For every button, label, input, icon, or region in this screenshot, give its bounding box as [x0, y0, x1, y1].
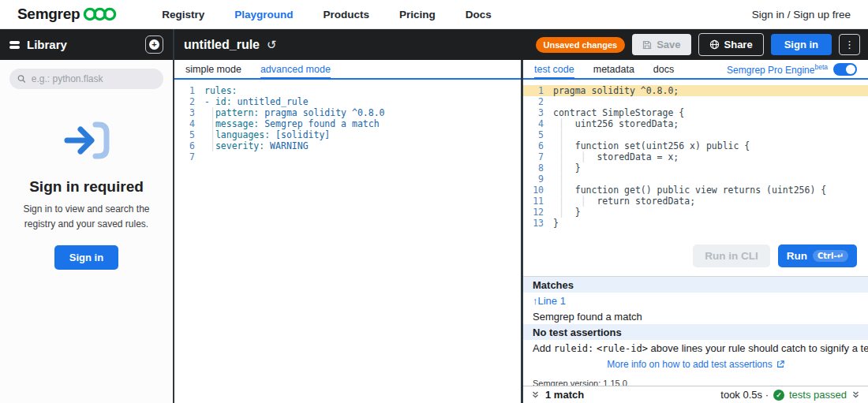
unsaved-changes-badge: Unsaved changes — [536, 37, 626, 53]
code-line: 6 │ function set(uint256 x) public { — [523, 140, 868, 151]
test-code-editor[interactable]: 1pragma solidity ^0.8.0;23contract Simpl… — [523, 80, 868, 242]
line-number: 4 — [523, 118, 553, 129]
no-test-assertions-heading: No test assertions — [523, 324, 868, 340]
line-number: 1 — [174, 85, 204, 96]
pro-engine-toggle[interactable] — [833, 63, 857, 76]
run-in-cli-button[interactable]: Run in CLI — [693, 244, 770, 267]
line-number: 3 — [523, 107, 553, 118]
kebab-icon: ⋮ — [844, 39, 855, 50]
sidebar-signin-button[interactable]: Sign in — [54, 245, 118, 270]
run-shortcut-badge: Ctrl-↵ — [813, 250, 848, 262]
code-text: │ uint256 storedData; — [553, 118, 679, 129]
code-line: 13} — [523, 218, 868, 229]
nav-link-pricing[interactable]: Pricing — [399, 9, 436, 21]
top-nav: Semgrep RegistryPlaygroundProductsPricin… — [0, 0, 868, 29]
code-text: │ — [553, 129, 564, 140]
library-sidebar: Library + Sign in required Sign in to vi… — [0, 29, 173, 403]
run-actions: Run in CLI Run Ctrl-↵ — [693, 244, 857, 267]
signin-required-title: Sign in required — [11, 178, 162, 196]
semgrep-rings-icon — [83, 6, 119, 22]
code-text: } — [553, 218, 559, 229]
code-text: │ } — [553, 207, 581, 218]
tab-advanced-mode[interactable]: advanced mode — [260, 60, 331, 80]
semgrep-playground-app: Semgrep RegistryPlaygroundProductsPricin… — [0, 0, 868, 403]
external-link-icon — [776, 360, 784, 368]
line-number: 11 — [523, 196, 553, 207]
code-text: contract SimpleStorage { — [553, 107, 684, 118]
library-search-input[interactable] — [32, 73, 155, 84]
rule-mode-tabs: simple modeadvanced mode — [174, 60, 521, 80]
signin-arrow-icon — [61, 118, 113, 162]
signin-required-block: Sign in required Sign in to view and sea… — [0, 98, 173, 270]
sidebar-divider[interactable] — [173, 29, 174, 403]
code-text: │ — [553, 174, 564, 185]
matches-heading: Matches — [523, 277, 868, 293]
more-options-button[interactable]: ⋮ — [839, 34, 860, 55]
code-line: 3contract SimpleStorage { — [523, 107, 868, 118]
code-text: - id: untitled_rule — [204, 96, 309, 107]
rule-title: untitled_rule — [184, 38, 260, 52]
assertion-hint: Add ruleid: <rule-id> above lines your r… — [523, 340, 868, 356]
code-text: │ │ return storedData; — [553, 196, 695, 207]
results-status-bar: 1 match took 0.5s · ✓ tests passed — [523, 386, 868, 403]
code-line: 2 — [523, 96, 868, 107]
tab-test-code[interactable]: test code — [534, 60, 574, 80]
tab-simple-mode[interactable]: simple mode — [185, 60, 241, 80]
nav-link-docs[interactable]: Docs — [466, 9, 492, 21]
status-right: took 0.5s · ✓ tests passed — [720, 389, 860, 401]
code-line: 4 │ uint256 storedData; — [523, 118, 868, 129]
brand-name: Semgrep — [17, 6, 80, 23]
code-line: 11 │ │ return storedData; — [523, 196, 868, 207]
save-button[interactable]: Save — [632, 34, 690, 55]
line-number: 5 — [174, 129, 204, 140]
line-number: 7 — [174, 151, 204, 162]
code-line: 1rules: — [174, 85, 521, 96]
library-search-box[interactable] — [9, 69, 163, 89]
semgrep-logo[interactable]: Semgrep — [17, 6, 119, 23]
pro-engine-label: Semgrep Pro Enginebeta — [727, 63, 828, 76]
more-info-row: More info on how to add test assertions — [523, 356, 868, 371]
code-line: 9 │ — [523, 174, 868, 185]
line-number: 12 — [523, 207, 553, 218]
match-message: Semgrep found a match — [523, 308, 868, 324]
more-info-link[interactable]: More info on how to add test assertions — [607, 359, 784, 370]
header-signin-button[interactable]: Sign in — [771, 34, 832, 55]
run-button[interactable]: Run Ctrl-↵ — [778, 244, 857, 267]
tab-docs[interactable]: docs — [653, 60, 674, 80]
nav-link-products[interactable]: Products — [324, 9, 370, 21]
match-line-link[interactable]: ↑Line 1 — [533, 295, 566, 307]
code-line: 1pragma solidity ^0.8.0; — [523, 85, 868, 96]
collapse-chevrons-icon[interactable] — [851, 390, 860, 399]
code-line: 7 │ │ storedData = x; — [523, 151, 868, 162]
line-number: 2 — [174, 96, 204, 107]
code-line: 4 │message: Semgrep found a match — [174, 118, 521, 129]
code-line: 12 │ } — [523, 207, 868, 218]
test-panel-tabs: test codemetadatadocs Semgrep Pro Engine… — [523, 60, 868, 80]
rule-editor[interactable]: 1rules:2- id: untitled_rule3 │pattern: p… — [174, 80, 521, 403]
new-rule-button[interactable]: + — [145, 35, 163, 54]
line-number: 3 — [174, 107, 204, 118]
code-line: 5 │ — [523, 129, 868, 140]
code-text: pragma solidity ^0.8.0; — [553, 85, 679, 96]
nav-link-registry[interactable]: Registry — [162, 9, 204, 21]
tab-metadata[interactable]: metadata — [593, 60, 634, 80]
line-number: 13 — [523, 218, 553, 229]
history-icon[interactable]: ↺ — [267, 38, 277, 52]
search-icon — [17, 74, 26, 84]
code-text: │severity: WARNING — [204, 140, 309, 151]
check-circle-icon: ✓ — [773, 390, 784, 401]
panel-divider[interactable] — [521, 60, 523, 403]
share-button[interactable]: Share — [698, 33, 764, 56]
line-number: 7 — [523, 151, 553, 162]
code-text: │ function set(uint256 x) public { — [553, 140, 750, 151]
line-number: 4 — [174, 118, 204, 129]
results-panel: Matches ↑Line 1 Semgrep found a match No… — [523, 276, 868, 390]
nav-links: RegistryPlaygroundProductsPricingDocs — [162, 9, 492, 21]
collapse-chevrons-icon[interactable] — [531, 390, 540, 399]
nav-link-playground[interactable]: Playground — [234, 9, 293, 21]
nav-signin-link[interactable]: Sign in / Sign up free — [752, 9, 851, 21]
line-number: 6 — [523, 140, 553, 151]
library-search-area — [0, 60, 173, 98]
code-line: 7 — [174, 151, 521, 162]
rule-header: untitled_rule ↺ Unsaved changes Save Sha… — [174, 29, 868, 60]
